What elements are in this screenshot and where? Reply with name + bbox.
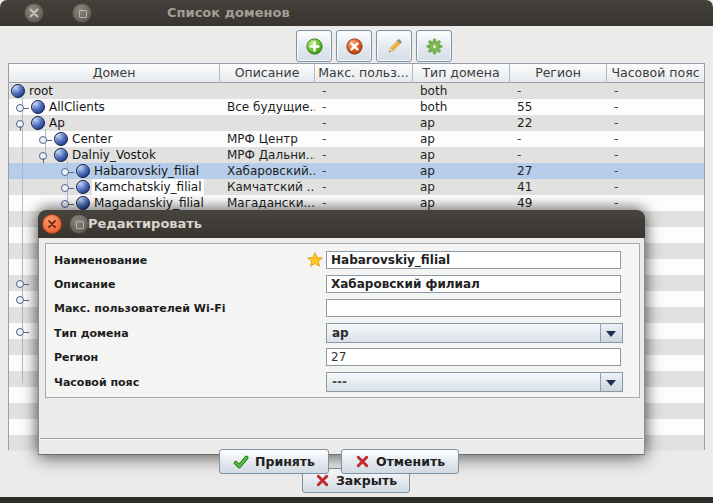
app-window: Список доменов [0, 0, 713, 503]
settings-button[interactable] [416, 30, 452, 62]
timezone-cell: - [607, 179, 704, 195]
cancel-button[interactable]: Отменить [341, 449, 459, 474]
domain-type-cell: ap [413, 131, 510, 147]
max-users-cell: - [315, 131, 413, 147]
domain-type-combobox[interactable]: ap [326, 323, 623, 343]
edit-dialog: Редактировать Наименование Описание Макс… [38, 210, 645, 455]
max-users-cell: - [315, 83, 413, 99]
column-header-timezone[interactable]: Часовой пояс [607, 64, 704, 83]
add-domain-button[interactable] [296, 30, 332, 62]
column-header-max-users[interactable]: Макс. польз... [315, 64, 413, 83]
window-close-button[interactable] [24, 3, 44, 23]
timezone-cell: - [607, 163, 704, 179]
field-row-timezone: Часовой пояс --- [46, 372, 639, 392]
tree-collapse-handle[interactable] [15, 116, 29, 130]
max-wifi-users-input[interactable] [326, 299, 621, 317]
cross-icon [355, 454, 370, 469]
description-cell: МРФ Дальни... [220, 147, 315, 163]
domain-type-cell: ap [413, 163, 510, 179]
column-header-domain-type[interactable]: Тип домена [413, 64, 510, 83]
dialog-close-button[interactable] [42, 214, 62, 234]
column-header-domain[interactable]: Домен [9, 64, 220, 83]
column-header-description[interactable]: Описание [220, 64, 315, 83]
max-users-cell: - [315, 179, 413, 195]
domain-label: Magadanskiy_filial [92, 195, 206, 211]
dialog-title: Редактировать [88, 216, 202, 231]
domain-type-selected-value: ap [332, 326, 349, 340]
tree-expand-handle[interactable] [38, 132, 52, 146]
table-row[interactable]: Dalniy_Vostok МРФ Дальни... - ap - - [9, 147, 704, 163]
description-cell: Хабаровский... [220, 163, 315, 179]
domain-type-cell: ap [413, 115, 510, 131]
timezone-combobox[interactable]: --- [326, 372, 623, 392]
field-row-name: Наименование [46, 251, 639, 269]
table-row[interactable]: Magadanskiy_filial Магадански... - ap 49… [9, 195, 704, 211]
domain-globe-icon [76, 180, 90, 194]
tree-cell: Center [9, 131, 220, 147]
window-maximize-button[interactable] [72, 3, 92, 23]
tree-expand-handle[interactable] [15, 324, 29, 338]
table-header: Домен Описание Макс. польз... Тип домена… [9, 64, 704, 83]
window-title: Список доменов [167, 5, 290, 20]
domain-label: Center [70, 131, 114, 147]
region-cell: 27 [510, 163, 607, 179]
domain-globe-icon [76, 164, 90, 178]
domain-label: Kamchatskiy_filial [92, 179, 204, 195]
edit-domain-button[interactable] [376, 30, 412, 62]
max-users-cell: - [315, 99, 413, 115]
timezone-cell: - [607, 131, 704, 147]
domain-globe-icon [11, 84, 25, 98]
close-icon [46, 218, 58, 230]
table-row[interactable]: Center МРФ Центр - ap - - [9, 131, 704, 147]
toolbar [296, 30, 452, 62]
maximize-icon [79, 10, 87, 18]
domain-globe-icon [54, 148, 68, 162]
tree-cell: Habarovskiy_filial [9, 163, 220, 179]
window-titlebar: Список доменов [0, 0, 713, 26]
table-row-selected[interactable]: Habarovskiy_filial Хабаровский... - ap 2… [9, 163, 704, 179]
column-header-region[interactable]: Регион [510, 64, 607, 83]
table-row[interactable]: root - both - - [9, 83, 704, 99]
description-input[interactable] [326, 275, 621, 293]
tree-expand-handle[interactable] [60, 164, 74, 178]
field-row-region: Регион [46, 348, 639, 366]
max-users-cell: - [315, 163, 413, 179]
max-users-cell: - [315, 195, 413, 211]
domain-type-cell: ap [413, 179, 510, 195]
plus-circle-icon [306, 38, 323, 55]
window-bottom-edge [0, 497, 713, 503]
dialog-maximize-button[interactable] [69, 214, 89, 234]
region-input[interactable] [326, 348, 621, 366]
accept-button-label: Принять [255, 454, 315, 469]
tree-expand-handle[interactable] [60, 196, 74, 210]
domain-type-label: Тип домена [54, 327, 129, 340]
tree-collapse-handle[interactable] [38, 148, 52, 162]
domain-type-cell: both [413, 99, 510, 115]
tree-guide-line [22, 97, 23, 383]
chevron-down-icon[interactable] [600, 373, 622, 391]
tree-expand-handle[interactable] [15, 100, 29, 114]
accept-button[interactable]: Принять [219, 449, 329, 474]
chevron-down-icon[interactable] [600, 324, 622, 342]
region-label: Регион [54, 351, 98, 364]
domain-type-cell: ap [413, 147, 510, 163]
max-wifi-users-label: Макс. пользователей Wi-Fi [54, 302, 226, 315]
tree-cell: Magadanskiy_filial [9, 195, 220, 211]
domain-label: AllClients [47, 99, 107, 115]
domain-globe-icon [31, 116, 45, 130]
timezone-cell: - [607, 147, 704, 163]
timezone-label: Часовой пояс [54, 376, 139, 389]
max-users-cell: - [315, 147, 413, 163]
name-input[interactable] [326, 251, 621, 269]
table-row[interactable]: AllClients Все будущие... - both 55 - [9, 99, 704, 115]
table-row[interactable]: Kamchatskiy_filial Камчатский ... - ap 4… [9, 179, 704, 195]
region-cell: 49 [510, 195, 607, 211]
tree-expand-handle[interactable] [15, 276, 29, 290]
tree-expand-handle[interactable] [60, 180, 74, 194]
delete-domain-button[interactable] [336, 30, 372, 62]
edit-form: Наименование Описание Макс. пользователе… [45, 243, 640, 398]
table-row[interactable]: Ap - ap 22 - [9, 115, 704, 131]
dialog-button-bar: Принять Отменить [40, 438, 643, 484]
tree-expand-handle[interactable] [15, 292, 29, 306]
region-cell: - [510, 131, 607, 147]
